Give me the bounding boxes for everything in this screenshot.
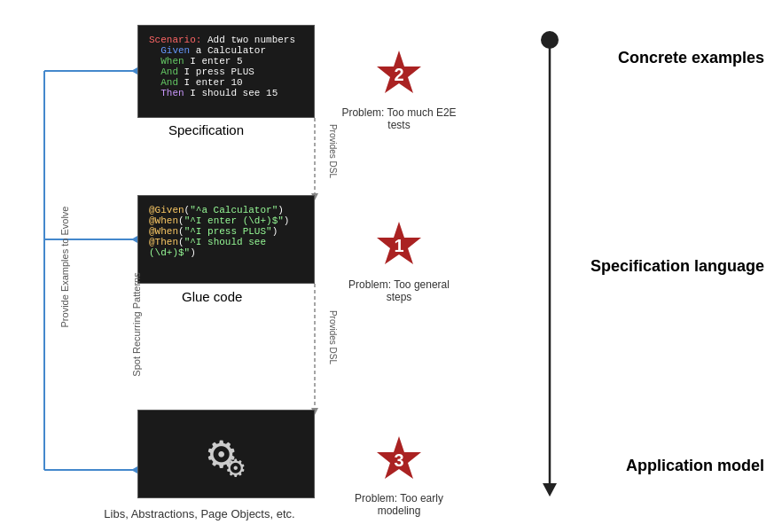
badge-1-number: 1: [394, 236, 403, 256]
glue-line-2: @When("^I enter (\d+)$"): [149, 215, 303, 226]
spec-line-1: Scenario: Add two numbers: [149, 35, 303, 45]
glue-code-box: @Given("^a Calculator") @When("^I enter …: [137, 195, 315, 284]
spec-line-4: And I press PLUS: [149, 66, 303, 77]
glue-code-label: Glue code: [182, 289, 242, 304]
glue-line-4: @Then("^I should see (\d+)$"): [149, 237, 303, 258]
spec-line-2: Given a Calculator: [149, 45, 303, 56]
badge-2-number: 2: [394, 65, 403, 85]
spec-language-label: Specification language: [590, 257, 764, 276]
app-model-label: Application model: [626, 457, 764, 475]
badge-3-number: 3: [394, 450, 403, 471]
spec-line-6: Then I should see 15: [149, 88, 303, 98]
star-badge-1: 1: [372, 220, 426, 277]
libs-label: Libs, Abstractions, Page Objects, etc.: [53, 507, 346, 520]
problem-1-text: Problem: Too general steps: [341, 278, 457, 303]
svg-marker-5: [131, 236, 137, 243]
problem-3-text: Problem: Too early modeling: [341, 492, 457, 517]
spec-line-3: When I enter 5: [149, 56, 303, 66]
spot-recurring-label: Spot Recurring Patterns: [131, 272, 142, 376]
provides-dsl-2: Provides DSL: [328, 310, 338, 364]
star-badge-2: 2: [372, 49, 426, 106]
diagram-container: Scenario: Add two numbers Given a Calcul…: [0, 0, 782, 532]
gear-small-icon: ⚙: [226, 449, 244, 486]
svg-marker-12: [543, 483, 557, 497]
spec-line-5: And I enter 10: [149, 77, 303, 88]
star-badge-3: 3: [372, 434, 426, 491]
provides-dsl-1: Provides DSL: [328, 124, 338, 178]
libs-code-box: ⚙ ⚙: [137, 410, 315, 498]
specification-label: Specification: [168, 122, 244, 137]
svg-marker-4: [131, 67, 137, 74]
glue-line-3: @When("^I press PLUS"): [149, 226, 303, 237]
glue-line-1: @Given("^a Calculator"): [149, 205, 303, 215]
gears-container: ⚙ ⚙: [207, 426, 245, 482]
problem-2-text: Problem: Too much E2E tests: [341, 106, 457, 131]
concrete-examples-label: Concrete examples: [618, 49, 764, 67]
svg-point-13: [541, 31, 559, 49]
spec-code-box: Scenario: Add two numbers Given a Calcul…: [137, 25, 315, 118]
provide-examples-label: Provide Examples to Evolve: [59, 207, 70, 328]
svg-marker-6: [131, 466, 137, 473]
